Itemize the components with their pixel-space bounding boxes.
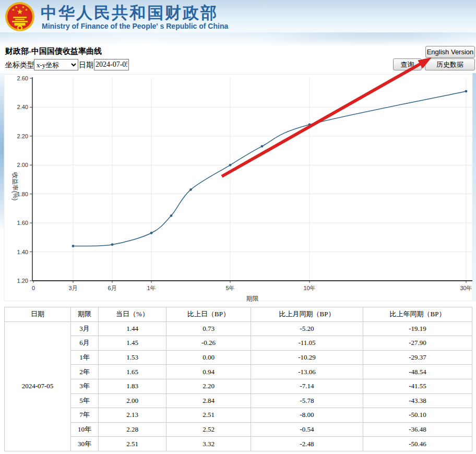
chart-canvas	[4, 75, 472, 301]
table-cell: 1.44	[99, 321, 166, 336]
coordinate-type-label: 坐标类型:	[5, 61, 37, 70]
svg-text:2.00: 2.00	[17, 162, 28, 168]
y-axis-label: 收益率(%)	[11, 172, 19, 201]
table-cell: 1.45	[99, 336, 166, 351]
yield-data-table: 日期期限当日（%）比上日（BP）比上月同期（BP）比上年同期（BP） 2024-…	[4, 307, 472, 451]
history-data-button[interactable]: 历史数据	[425, 58, 475, 70]
table-cell: -0.26	[166, 336, 251, 351]
table-cell: -41.55	[363, 379, 472, 393]
table-cell: 3月	[71, 321, 99, 336]
date-cell: 2024-07-05	[5, 321, 71, 451]
column-header: 期限	[71, 307, 99, 322]
table-cell: -10.29	[251, 350, 363, 365]
svg-text:2.20: 2.20	[17, 133, 28, 139]
table-cell: 2.51	[166, 408, 251, 423]
query-button[interactable]: 查询	[393, 58, 422, 70]
table-cell: 10年	[71, 422, 99, 437]
svg-text:1.20: 1.20	[17, 278, 28, 284]
table-header-row: 日期期限当日（%）比上日（BP）比上月同期（BP）比上年同期（BP）	[5, 307, 472, 322]
column-header: 日期	[5, 307, 71, 322]
table-cell: 2.51	[99, 437, 166, 451]
column-header: 当日（%）	[99, 307, 166, 322]
site-header: ★ ★ ★ ★ ★ 中华人民共和国财政部 Ministry of Finance…	[0, 0, 476, 32]
yield-curve-chart: 1.201.401.601.802.002.202.402.6003月6月1年5…	[0, 74, 476, 302]
national-emblem-icon: ★ ★ ★ ★ ★	[5, 2, 35, 32]
svg-text:1年: 1年	[147, 285, 156, 291]
table-cell: 30年	[71, 437, 99, 451]
table-cell: -11.05	[251, 336, 363, 351]
table-cell: -29.37	[363, 350, 472, 365]
table-cell: -8.00	[251, 408, 363, 423]
column-header: 比上年同期（BP）	[363, 307, 472, 322]
english-version-button[interactable]: English Version	[425, 46, 475, 58]
table-cell: 2.00	[99, 393, 166, 408]
table-cell: -7.14	[251, 379, 363, 393]
date-label: 日期:	[79, 61, 96, 70]
ministry-title-cn: 中华人民共和国财政部	[41, 2, 218, 24]
svg-text:2.40: 2.40	[17, 104, 28, 110]
table-cell: 1.83	[99, 379, 166, 393]
x-axis-label: 期限	[246, 295, 259, 302]
table-row: 2024-07-053月1.440.73-5.20-19.19	[5, 321, 472, 336]
table-cell: -36.48	[363, 422, 472, 437]
table-cell: 2年	[71, 365, 99, 379]
svg-text:1.60: 1.60	[17, 220, 28, 226]
table-cell: 3年	[71, 379, 99, 393]
table-cell: -43.38	[363, 393, 472, 408]
svg-text:1.40: 1.40	[17, 249, 28, 255]
table-row: 3年1.832.20-7.14-41.55	[5, 379, 472, 393]
svg-text:3月: 3月	[68, 285, 77, 291]
ministry-title-en: Ministry of Finance of the People' s Rep…	[42, 22, 228, 30]
table-cell: 2.28	[99, 422, 166, 437]
svg-text:5年: 5年	[225, 285, 234, 291]
table-cell: 1.65	[99, 365, 166, 379]
table-cell: 6月	[71, 336, 99, 351]
table-body: 2024-07-053月1.440.73-5.20-19.196月1.45-0.…	[5, 321, 472, 451]
table-cell: -13.06	[251, 365, 363, 379]
table-row: 5年2.002.84-5.78-43.38	[5, 393, 472, 408]
table-cell: 2.84	[166, 393, 251, 408]
cloud-banner	[0, 32, 476, 46]
table-row: 2年1.650.94-13.06-48.54	[5, 365, 472, 379]
table-cell: 5年	[71, 393, 99, 408]
table-cell: -19.19	[363, 321, 472, 336]
page-title: 财政部-中国国债收益率曲线	[5, 46, 102, 56]
svg-text:10年: 10年	[303, 285, 315, 291]
svg-text:★: ★	[15, 5, 18, 9]
table-header-row: 日期期限当日（%）比上日（BP）比上月同期（BP）比上年同期（BP）	[5, 307, 472, 322]
date-input[interactable]	[94, 59, 129, 70]
svg-text:★: ★	[25, 8, 28, 12]
table-cell: 2.52	[166, 422, 251, 437]
table-cell: 2.20	[166, 379, 251, 393]
svg-text:30年: 30年	[460, 285, 472, 291]
table-cell: -2.48	[251, 437, 363, 451]
coordinate-type-select[interactable]: x-y坐标	[34, 59, 78, 70]
svg-text:2.60: 2.60	[17, 75, 28, 81]
column-header: 比上月同期（BP）	[251, 307, 363, 322]
table-cell: -50.46	[363, 437, 472, 451]
table-cell: 1.53	[99, 350, 166, 365]
table-cell: -0.54	[251, 422, 363, 437]
table-row: 30年2.513.32-2.48-50.46	[5, 437, 472, 451]
table-cell: 7年	[71, 408, 99, 423]
table-cell: -50.10	[363, 408, 472, 423]
table-cell: -48.54	[363, 365, 472, 379]
column-header: 比上日（BP）	[166, 307, 251, 322]
svg-text:0: 0	[32, 285, 35, 291]
table-row: 1年1.530.00-10.29-29.37	[5, 350, 472, 365]
table-cell: 0.00	[166, 350, 251, 365]
table-row: 6月1.45-0.26-11.05-27.90	[5, 336, 472, 351]
table-row: 7年2.132.51-8.00-50.10	[5, 408, 472, 423]
table-cell: 1年	[71, 350, 99, 365]
table-cell: 0.73	[166, 321, 251, 336]
table-cell: 2.13	[99, 408, 166, 423]
table-row: 10年2.282.52-0.54-36.48	[5, 422, 472, 437]
table-cell: 3.32	[166, 437, 251, 451]
table-cell: 0.94	[166, 365, 251, 379]
svg-text:6月: 6月	[108, 285, 116, 291]
table-cell: -27.90	[363, 336, 472, 351]
table-cell: -5.20	[251, 321, 363, 336]
table-cell: -5.78	[251, 393, 363, 408]
